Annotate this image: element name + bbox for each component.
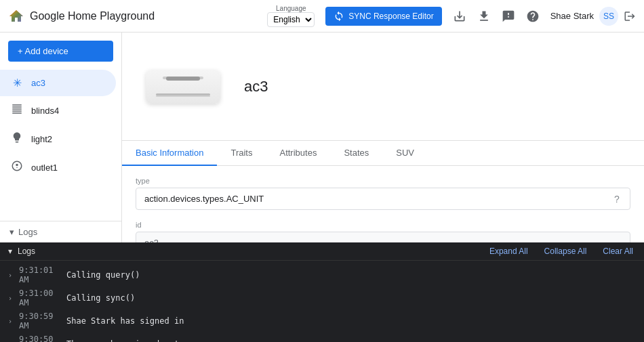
language-label: Language — [276, 5, 306, 12]
sidebar-item-blinds4[interactable]: blinds4 — [0, 96, 116, 125]
log-time: 9:30:59 AM — [19, 312, 66, 330]
logs-toggle[interactable]: ▾ Logs — [0, 221, 121, 242]
device-item-label: light2 — [31, 134, 52, 144]
id-label: id — [136, 221, 630, 229]
log-section: ▾ Logs Expand All Collapse All Clear All… — [0, 242, 644, 342]
log-entry-chevron: › — [8, 272, 19, 279]
chevron-down-icon: ▾ — [8, 247, 12, 256]
expand-all-button[interactable]: Expand All — [487, 245, 531, 257]
form-area: type action.devices.types.AC_UNIT ? id a… — [122, 166, 644, 242]
log-message: Calling sync() — [66, 293, 135, 303]
sync-button-label: SYNC Response Editor — [348, 12, 433, 21]
log-toggle-button[interactable]: ▾ Logs — [8, 247, 35, 256]
svg-rect-2 — [17, 164, 18, 166]
export-icon-button[interactable] — [453, 9, 466, 23]
language-dropdown[interactable]: English — [267, 12, 315, 27]
chevron-down-icon: ▾ — [9, 227, 14, 237]
tab-basic-information[interactable]: Basic Information — [122, 141, 217, 166]
log-time: 9:31:00 AM — [19, 288, 66, 307]
home-icon — [8, 8, 24, 24]
sync-icon — [334, 11, 344, 22]
tab-traits[interactable]: Traits — [217, 141, 266, 166]
device-item-label: outlet1 — [31, 163, 58, 173]
tab-attributes[interactable]: Attributes — [266, 141, 330, 166]
help-icon — [526, 9, 540, 23]
log-time: 9:30:50 AM — [19, 335, 66, 342]
sidebar: + Add device ✳ ac3 blinds4 light2 — [0, 33, 122, 242]
user-name: Shae Stark — [550, 11, 594, 21]
download-icon — [477, 9, 491, 23]
log-entry: › 9:31:01 AM Calling query() — [0, 263, 644, 286]
logs-label: Logs — [18, 227, 37, 237]
log-entry-chevron: › — [8, 295, 19, 302]
log-entries: › 9:31:01 AM Calling query() › 9:31:00 A… — [0, 261, 644, 342]
type-value: action.devices.types.AC_UNIT ? — [136, 188, 630, 210]
content-area: ac3 Basic Information Traits Attributes … — [122, 33, 644, 242]
app-logo: Google Home Playground — [8, 8, 155, 24]
sync-response-editor-button[interactable]: SYNC Response Editor — [325, 7, 441, 26]
device-image — [142, 70, 224, 104]
type-field: type action.devices.types.AC_UNIT ? — [136, 177, 630, 210]
sidebar-item-ac3[interactable]: ✳ ac3 — [0, 70, 116, 96]
download-icon-button[interactable] — [477, 9, 491, 23]
feedback-icon-button[interactable] — [502, 9, 515, 23]
type-help-button[interactable]: ? — [611, 193, 623, 205]
export-icon — [453, 9, 466, 23]
add-device-label: + Add device — [18, 46, 68, 56]
feedback-icon — [502, 9, 515, 23]
logout-icon-button[interactable] — [624, 10, 636, 22]
log-message: Shae Stark has signed in — [66, 316, 184, 326]
collapse-all-button[interactable]: Collapse All — [542, 245, 590, 257]
log-message: Calling query() — [66, 270, 140, 280]
id-field: id ac3 — [136, 221, 630, 242]
svg-rect-1 — [16, 164, 18, 166]
help-icon-button[interactable] — [526, 9, 540, 23]
log-header: ▾ Logs Expand All Collapse All Clear All — [0, 242, 644, 261]
app-title: Google Home Playground — [30, 10, 155, 22]
tab-suv[interactable]: SUV — [382, 141, 428, 166]
logout-icon — [624, 10, 636, 22]
device-display-name: ac3 — [244, 78, 268, 95]
svg-point-3 — [16, 167, 18, 169]
device-list: ✳ ac3 blinds4 light2 outlet1 — [0, 70, 121, 221]
type-label: type — [136, 177, 630, 185]
clear-all-button[interactable]: Clear All — [600, 245, 636, 257]
bulb-icon — [9, 131, 24, 146]
user-menu[interactable]: Shae Stark SS — [550, 7, 636, 26]
log-message: The user has signed out — [66, 339, 179, 342]
tab-states[interactable]: States — [330, 141, 382, 166]
sidebar-item-outlet1[interactable]: outlet1 — [0, 153, 116, 181]
log-entry: › 9:30:59 AM Shae Stark has signed in — [0, 309, 644, 333]
avatar: SS — [599, 7, 618, 26]
language-selector[interactable]: Language English — [267, 5, 315, 27]
snowflake-icon: ✳ — [9, 77, 24, 89]
log-entry: › 9:30:50 AM The user has signed out — [0, 333, 644, 342]
log-entry-chevron: › — [8, 318, 19, 325]
topbar: Google Home Playground Language English … — [0, 0, 644, 33]
device-preview-panel: ac3 — [122, 33, 644, 141]
tabs-bar: Basic Information Traits Attributes Stat… — [122, 141, 644, 166]
topbar-icons — [453, 9, 540, 23]
logs-section-label: Logs — [18, 247, 35, 256]
log-entry: › 9:31:00 AM Calling sync() — [0, 286, 644, 309]
add-device-button[interactable]: + Add device — [8, 41, 113, 62]
ac-unit-image — [146, 70, 220, 104]
log-time: 9:31:01 AM — [19, 265, 66, 284]
blinds-icon — [9, 103, 24, 118]
sidebar-item-light2[interactable]: light2 — [0, 125, 116, 153]
outlet-icon — [9, 160, 24, 175]
device-item-label: ac3 — [31, 78, 45, 88]
device-item-label: blinds4 — [31, 106, 59, 116]
log-actions: Expand All Collapse All Clear All — [487, 245, 636, 257]
id-value: ac3 — [136, 232, 630, 242]
main-area: + Add device ✳ ac3 blinds4 light2 — [0, 33, 644, 242]
